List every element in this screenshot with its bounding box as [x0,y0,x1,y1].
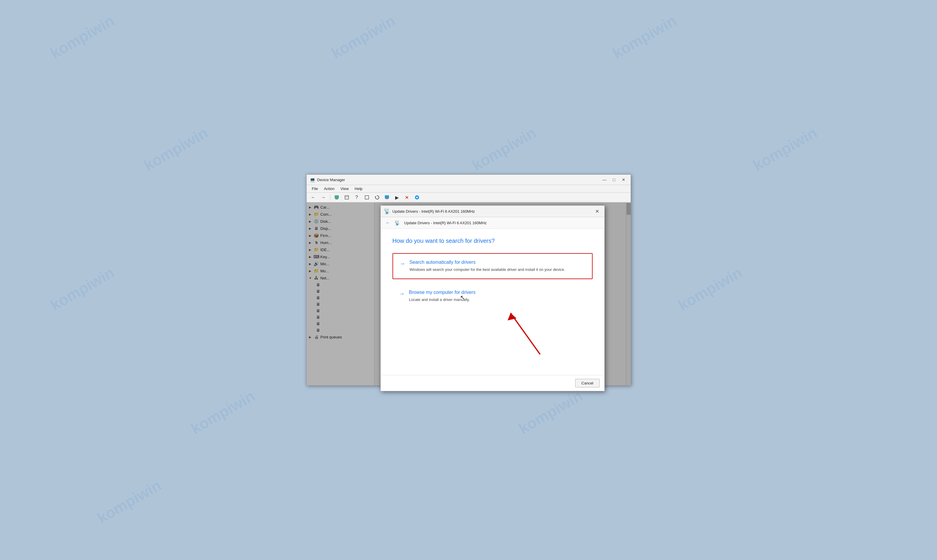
svg-rect-0 [335,195,339,198]
dialog-question: How do you want to search for drivers? [392,237,592,244]
window-controls: — □ ✕ [600,177,628,183]
dialog-body: How do you want to search for drivers? →… [381,229,605,375]
toolbar-btn-help[interactable]: ? [352,194,361,201]
menu-help[interactable]: Help [352,186,366,192]
dialog-nav-title: Update Drivers - Intel(R) Wi-Fi 6 AX201 … [404,221,487,225]
option-search-automatically[interactable]: → Search automatically for drivers Windo… [392,253,592,279]
toolbar: ← → ? ▶ ✕ [307,193,631,202]
option1-arrow-icon: → [400,260,406,267]
red-arrow-annotation [493,307,558,360]
option1-description: Windows will search your computer for th… [409,267,586,272]
option2-description: Locate and install a driver manually. [409,297,586,303]
menu-bar: File Action View Help [307,185,631,193]
toolbar-btn-5[interactable]: ▶ [392,194,402,201]
svg-rect-8 [386,198,388,199]
back-button[interactable]: ← [309,194,318,201]
toolbar-btn-down[interactable] [412,194,422,201]
toolbar-btn-4[interactable] [383,194,391,201]
option2-title: Browse my computer for drivers [409,290,586,295]
maximize-button[interactable]: □ [610,177,618,183]
option2-arrow-icon: → [399,290,405,297]
svg-rect-1 [335,198,338,199]
svg-rect-7 [385,195,389,198]
dialog-title-bar: 📡 Update Drivers - Intel(R) Wi-Fi 6 AX20… [381,206,605,217]
window-title: Device Manager [317,178,598,182]
minimize-button[interactable]: — [600,177,609,183]
dialog-title-icon: 📡 [384,208,390,214]
svg-rect-3 [345,195,349,199]
toolbar-sep-1 [330,194,330,201]
toolbar-btn-2[interactable] [342,194,351,201]
menu-action[interactable]: Action [321,186,337,192]
option-browse-computer[interactable]: → Browse my computer for drivers Locate … [392,284,592,309]
option2-content: Browse my computer for drivers Locate an… [409,290,586,303]
toolbar-btn-3[interactable] [362,194,371,201]
annotation-area [392,313,592,366]
window-icon: 💻 [309,177,315,182]
menu-view[interactable]: View [338,186,352,192]
menu-file[interactable]: File [309,186,321,192]
svg-line-11 [511,313,540,354]
svg-rect-5 [365,195,369,199]
dialog-overlay: 📡 Update Drivers - Intel(R) Wi-Fi 6 AX20… [307,202,631,385]
close-button[interactable]: ✕ [620,177,628,183]
dialog-close-button[interactable]: ✕ [593,208,602,214]
toolbar-btn-1[interactable] [332,194,341,201]
cancel-button[interactable]: Cancel [575,379,599,388]
dialog-footer: Cancel [381,375,605,391]
dialog-nav-icon: 📡 [394,220,400,226]
forward-button[interactable]: → [319,194,328,201]
dialog-title-text: Update Drivers - Intel(R) Wi-Fi 6 AX201 … [392,209,591,214]
option1-title: Search automatically for drivers [409,260,586,265]
toolbar-btn-refresh[interactable] [372,194,381,201]
update-drivers-dialog: 📡 Update Drivers - Intel(R) Wi-Fi 6 AX20… [380,205,605,391]
option1-content: Search automatically for drivers Windows… [409,260,586,272]
svg-rect-2 [335,199,338,200]
device-manager-window: 💻 Device Manager — □ ✕ File Action View … [306,174,631,386]
toolbar-btn-remove[interactable]: ✕ [403,194,411,201]
title-bar: 💻 Device Manager — □ ✕ [307,175,631,185]
svg-marker-6 [375,196,376,197]
dialog-nav-bar: ← 📡 Update Drivers - Intel(R) Wi-Fi 6 AX… [381,217,605,229]
main-area: ▶ 🎮 Car... ▶ 📁 Com... ▶ 💿 Disk... ▶ 🖥 Di… [307,202,631,385]
dialog-back-button[interactable]: ← [384,219,392,226]
